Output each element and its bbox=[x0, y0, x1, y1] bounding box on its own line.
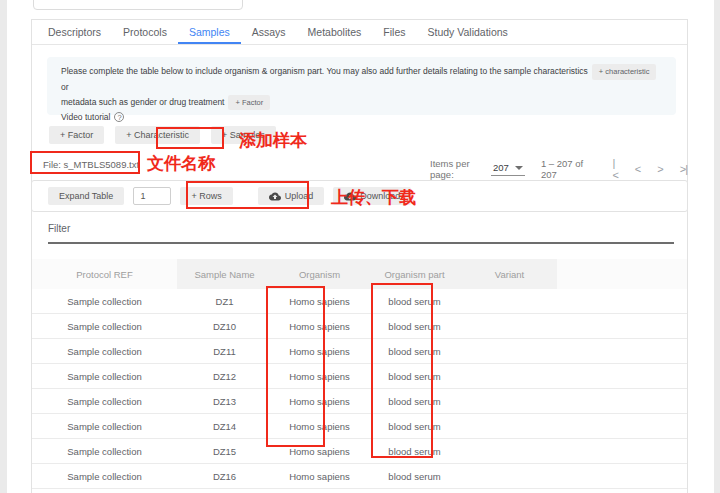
header-variant: Variant bbox=[462, 259, 557, 289]
cell-variant bbox=[462, 389, 557, 413]
help-icon[interactable]: ? bbox=[114, 112, 124, 122]
cell-sample-name: DZ15 bbox=[177, 439, 272, 463]
table-header-row: Protocol REF Sample Name Organism Organi… bbox=[32, 259, 687, 289]
cell-organism: Homo sapiens bbox=[272, 464, 367, 488]
table-row[interactable]: Sample collection DZ14 Homo sapiens bloo… bbox=[32, 414, 687, 439]
video-tutorial-link[interactable]: Video tutorial bbox=[61, 112, 110, 122]
previous-page-icon[interactable]: < bbox=[635, 163, 640, 175]
items-per-page-label: Items per page: bbox=[430, 158, 486, 180]
annotation-text-file-name: 文件名称 bbox=[147, 152, 215, 175]
cell-variant bbox=[462, 314, 557, 338]
cell-sample-name: DZ12 bbox=[177, 364, 272, 388]
paginator: Items per page: 207 1 – 207 of 207 |< < … bbox=[430, 157, 687, 181]
notice-or: or bbox=[61, 82, 69, 92]
tab-descriptors[interactable]: Descriptors bbox=[37, 20, 112, 44]
info-notice: Please complete the table below to inclu… bbox=[47, 57, 676, 115]
add-factor-chip[interactable]: + Factor bbox=[228, 95, 270, 111]
cell-variant bbox=[462, 364, 557, 388]
tab-bar: DescriptorsProtocolsSamplesAssaysMetabol… bbox=[32, 20, 687, 45]
cell-variant bbox=[462, 289, 557, 313]
cropped-field-above bbox=[33, 0, 243, 10]
study-samples-card: DescriptorsProtocolsSamplesAssaysMetabol… bbox=[31, 19, 688, 493]
cell-organism-part: blood serum bbox=[367, 464, 462, 488]
tab-assays[interactable]: Assays bbox=[241, 20, 297, 44]
cell-filler bbox=[557, 439, 687, 463]
table-row[interactable]: Sample collection DZ10 Homo sapiens bloo… bbox=[32, 314, 687, 339]
table-body: Sample collection DZ1 Homo sapiens blood… bbox=[32, 289, 687, 489]
annotation-box-organism-column bbox=[266, 286, 325, 447]
cell-variant bbox=[462, 414, 557, 438]
cell-sample-name: DZ11 bbox=[177, 339, 272, 363]
cell-filler bbox=[557, 364, 687, 388]
table-row[interactable]: Sample collection DZ16 Homo sapiens bloo… bbox=[32, 464, 687, 489]
dropdown-arrow-icon bbox=[515, 166, 523, 170]
annotation-text-upload-download: 上传、下载 bbox=[331, 186, 416, 209]
cell-protocol-ref: Sample collection bbox=[32, 389, 177, 413]
cell-filler bbox=[557, 389, 687, 413]
filter-input-label: Filter bbox=[48, 223, 70, 234]
page-range-label: 1 – 207 of 207 bbox=[541, 158, 593, 180]
table-row[interactable]: Sample collection DZ11 Homo sapiens bloo… bbox=[32, 339, 687, 364]
cell-sample-name: DZ13 bbox=[177, 389, 272, 413]
expand-table-button[interactable]: Expand Table bbox=[48, 187, 124, 205]
cell-filler bbox=[557, 289, 687, 313]
annotation-text-add-samples: 添加样本 bbox=[239, 129, 307, 152]
tab-study-validations[interactable]: Study Validations bbox=[416, 20, 518, 44]
tab-samples[interactable]: Samples bbox=[178, 20, 241, 44]
cell-protocol-ref: Sample collection bbox=[32, 464, 177, 488]
notice-line1: Please complete the table below to inclu… bbox=[61, 66, 588, 76]
table-row[interactable]: Sample collection DZ13 Homo sapiens bloo… bbox=[32, 389, 687, 414]
items-per-page-value: 207 bbox=[493, 162, 509, 173]
header-sample-name: Sample Name bbox=[177, 259, 272, 289]
last-page-icon[interactable]: >| bbox=[680, 163, 687, 175]
cell-protocol-ref: Sample collection bbox=[32, 289, 177, 313]
cell-filler bbox=[557, 464, 687, 488]
notice-line2: metadata such as gender or drug treatmen… bbox=[61, 97, 224, 107]
first-page-icon[interactable]: |< bbox=[612, 157, 617, 181]
tab-files[interactable]: Files bbox=[372, 20, 416, 44]
header-protocol-ref: Protocol REF bbox=[32, 259, 177, 289]
cell-filler bbox=[557, 339, 687, 363]
rows-count-input[interactable] bbox=[133, 187, 171, 205]
add-factor-button[interactable]: + Factor bbox=[49, 126, 104, 144]
cell-protocol-ref: Sample collection bbox=[32, 414, 177, 438]
annotation-box-upload-download bbox=[186, 181, 309, 209]
cell-sample-name: DZ10 bbox=[177, 314, 272, 338]
annotation-box-add-samples bbox=[156, 127, 224, 149]
cell-sample-name: DZ16 bbox=[177, 464, 272, 488]
add-characteristic-chip[interactable]: + characteristic bbox=[592, 64, 657, 80]
cell-variant bbox=[462, 339, 557, 363]
next-page-icon[interactable]: > bbox=[657, 163, 662, 175]
header-organism: Organism bbox=[272, 259, 367, 289]
page-gutter-right bbox=[714, 0, 720, 493]
cell-protocol-ref: Sample collection bbox=[32, 314, 177, 338]
pagination-controls: |< < > >| bbox=[612, 157, 687, 181]
table-row[interactable]: Sample collection DZ15 Homo sapiens bloo… bbox=[32, 439, 687, 464]
cell-filler bbox=[557, 414, 687, 438]
cell-variant bbox=[462, 439, 557, 463]
table-row[interactable]: Sample collection DZ1 Homo sapiens blood… bbox=[32, 289, 687, 314]
items-per-page-select[interactable]: 207 bbox=[491, 162, 525, 176]
cell-sample-name: DZ14 bbox=[177, 414, 272, 438]
annotation-box-file-name bbox=[30, 151, 140, 174]
cell-protocol-ref: Sample collection bbox=[32, 339, 177, 363]
samples-table: Protocol REF Sample Name Organism Organi… bbox=[32, 259, 687, 489]
page-gutter-left bbox=[0, 0, 7, 493]
header-filler bbox=[557, 259, 687, 289]
cell-filler bbox=[557, 314, 687, 338]
table-row[interactable]: Sample collection DZ12 Homo sapiens bloo… bbox=[32, 364, 687, 389]
tab-metabolites[interactable]: Metabolites bbox=[297, 20, 373, 44]
tab-protocols[interactable]: Protocols bbox=[112, 20, 178, 44]
cell-sample-name: DZ1 bbox=[177, 289, 272, 313]
cell-protocol-ref: Sample collection bbox=[32, 439, 177, 463]
annotation-box-organism-part-column bbox=[371, 283, 433, 458]
filter-input[interactable] bbox=[48, 242, 674, 244]
cell-protocol-ref: Sample collection bbox=[32, 364, 177, 388]
cell-variant bbox=[462, 464, 557, 488]
